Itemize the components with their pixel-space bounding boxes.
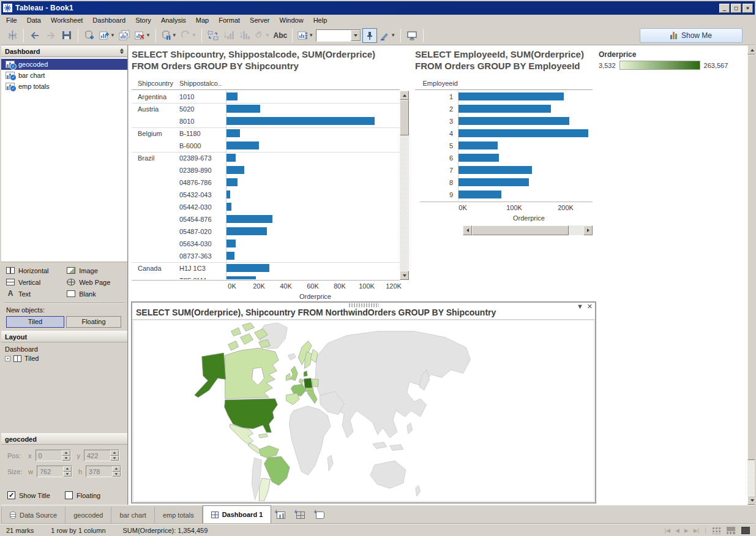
bar-mark[interactable] [458, 117, 569, 125]
panel-close-icon[interactable]: ✕ [587, 303, 593, 311]
scrollbar-track[interactable] [569, 225, 583, 235]
bar-mark[interactable] [458, 129, 588, 137]
swap-rows-columns-button[interactable] [206, 28, 220, 43]
bar-mark[interactable] [226, 105, 260, 113]
scrollbar-thumb[interactable] [747, 55, 756, 460]
close-button[interactable]: × [743, 4, 753, 13]
show-me-button[interactable]: Show Me [640, 28, 743, 43]
tab-dashboard-1[interactable]: Dashboard 1 [203, 505, 272, 523]
presentation-mode-button[interactable] [405, 28, 419, 43]
redo-button[interactable] [43, 28, 58, 43]
x-down-icon[interactable] [62, 456, 70, 461]
undo-button[interactable] [28, 28, 42, 43]
y-up-icon[interactable] [110, 450, 119, 456]
bar-mark[interactable] [226, 264, 269, 272]
sheet-item-emp-totals[interactable]: emp totals [1, 81, 127, 92]
minimize-button[interactable]: _ [719, 4, 730, 13]
drag-handle[interactable] [348, 303, 379, 308]
new-worksheet-caret-icon[interactable]: ▼ [110, 32, 115, 38]
layout-tree-node[interactable]: + Tiled [5, 355, 39, 362]
fit-selector[interactable] [316, 29, 361, 42]
menu-file[interactable]: File [1, 15, 22, 25]
menu-map[interactable]: Map [191, 15, 214, 25]
bar-mark[interactable] [226, 215, 272, 223]
object-text[interactable]: AText [6, 288, 63, 300]
tab-geocoded[interactable]: geocoded [65, 507, 111, 523]
menu-story[interactable]: Story [130, 15, 156, 25]
object-horizontal[interactable]: Horizontal [6, 265, 63, 276]
employeeid-column-header[interactable]: Employeeid [415, 80, 458, 87]
scroll-up-icon[interactable] [400, 91, 409, 100]
show-tabs-icon[interactable] [741, 527, 750, 534]
width-stepper[interactable]: 762 [37, 466, 72, 477]
object-blank[interactable]: Blank [67, 288, 125, 300]
scroll-down-icon[interactable] [400, 271, 409, 280]
tab-data-source[interactable]: Data Source [1, 507, 65, 523]
fix-axes-pin-button[interactable] [362, 28, 377, 43]
bar-mark[interactable] [458, 142, 498, 149]
cards-caret-icon[interactable]: ▼ [309, 32, 313, 38]
maximize-button[interactable]: □ [731, 4, 741, 13]
run-update-caret-icon[interactable]: ▼ [192, 32, 196, 38]
shippostalcode-column-header[interactable]: Shippostalco.. [179, 80, 226, 89]
panel-sort-icon[interactable] [120, 48, 124, 54]
bar-mark[interactable] [226, 240, 236, 247]
menu-format[interactable]: Format [214, 15, 245, 25]
y-down-icon[interactable] [110, 456, 119, 461]
bar-mark[interactable] [226, 191, 230, 198]
floating-checkbox[interactable] [65, 491, 73, 499]
bar-mark[interactable] [458, 154, 499, 162]
h-down-icon[interactable] [112, 472, 121, 477]
first-page-icon[interactable]: |◀ [665, 527, 670, 534]
floating-option[interactable]: Floating [65, 491, 100, 499]
chart-horizontal-scrollbar[interactable] [463, 225, 593, 235]
bar-mark[interactable] [458, 92, 564, 100]
last-page-icon[interactable]: ▶| [694, 527, 699, 534]
x-position-stepper[interactable]: 0 [36, 450, 71, 461]
sheet-item-geocoded[interactable]: geocoded [1, 59, 127, 70]
world-map[interactable] [133, 320, 594, 502]
show-hide-cards-button[interactable]: ▼ [296, 28, 315, 43]
h-up-icon[interactable] [112, 466, 121, 472]
menu-dashboard[interactable]: Dashboard [88, 15, 130, 25]
group-members-button[interactable]: ▼ [253, 28, 271, 43]
bar-mark[interactable] [226, 129, 240, 137]
bar-mark[interactable] [458, 166, 532, 174]
y-position-stepper[interactable]: 422 [84, 450, 119, 461]
new-dashboard-tab-button[interactable] [291, 507, 310, 523]
chart-vertical-scrollbar[interactable] [400, 91, 409, 280]
show-title-checkbox[interactable]: ✓ [7, 491, 15, 499]
scrollbar-track[interactable] [400, 135, 409, 271]
menu-analysis[interactable]: Analysis [156, 15, 191, 25]
menu-window[interactable]: Window [275, 15, 309, 25]
pause-updates-caret-icon[interactable]: ▼ [172, 32, 177, 38]
panel-menu-caret-icon[interactable]: ▼ [577, 303, 583, 311]
sheet-sorter-view-icon[interactable] [712, 527, 720, 534]
bar-mark[interactable] [226, 203, 231, 211]
next-page-icon[interactable]: ▶ [684, 527, 689, 534]
bar-mark[interactable] [226, 166, 244, 174]
tree-expander-icon[interactable]: + [5, 356, 10, 361]
bar-mark[interactable] [226, 92, 238, 100]
tab-bar-chart[interactable]: bar chart [111, 507, 154, 523]
save-button[interactable] [59, 28, 74, 43]
country-denmark[interactable] [304, 371, 307, 377]
x-up-icon[interactable] [62, 450, 70, 456]
bar-mark[interactable] [226, 154, 236, 162]
new-worksheet-tab-button[interactable] [271, 507, 291, 523]
country-germany[interactable] [304, 378, 312, 389]
legend-gradient-bar[interactable] [619, 61, 700, 70]
new-story-tab-button[interactable] [310, 507, 330, 523]
new-objects-tiled-button[interactable]: Tiled [6, 316, 64, 328]
country-poland[interactable] [312, 379, 318, 387]
sheet-item-bar-chart[interactable]: bar chart [1, 70, 127, 81]
bar-mark[interactable] [458, 178, 529, 186]
menu-help[interactable]: Help [309, 15, 332, 25]
new-objects-floating-button[interactable]: Floating [66, 316, 121, 328]
bar-mark[interactable] [458, 105, 551, 113]
bar-mark[interactable] [226, 227, 267, 235]
run-update-button[interactable]: ▼ [179, 28, 198, 43]
highlight-button[interactable]: ▼ [378, 28, 397, 43]
tab-emp-totals[interactable]: emp totals [155, 507, 203, 523]
bar-mark[interactable] [226, 276, 256, 279]
